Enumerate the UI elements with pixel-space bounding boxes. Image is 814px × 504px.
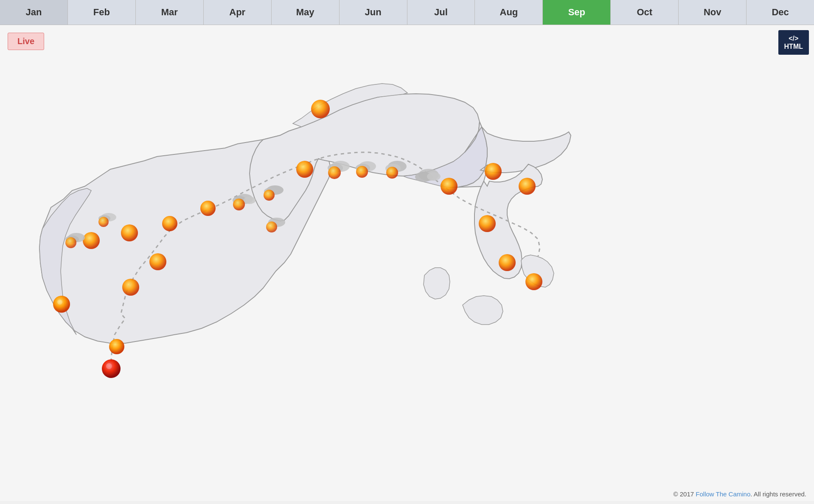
marker-spain-sw[interactable] [109, 339, 124, 354]
svg-point-31 [427, 172, 441, 181]
marker-spain-north1[interactable] [83, 232, 100, 249]
svg-point-13 [244, 196, 255, 204]
svg-point-45 [266, 221, 277, 232]
svg-point-43 [98, 217, 109, 227]
svg-point-37 [525, 273, 542, 290]
svg-point-2 [53, 296, 70, 313]
svg-point-32 [441, 178, 458, 195]
month-tab-sep[interactable]: Sep [543, 0, 611, 25]
marker-seville[interactable] [102, 359, 121, 378]
svg-point-21 [328, 166, 341, 179]
svg-point-18 [296, 161, 313, 178]
month-tab-aug[interactable]: Aug [475, 0, 543, 25]
marker-italy-adriatic[interactable] [519, 178, 536, 195]
svg-point-9 [162, 216, 177, 231]
footer: © 2017 Follow The Camino. All rights res… [674, 490, 806, 498]
live-badge: Live [8, 33, 44, 50]
marker-salamanca[interactable] [122, 279, 139, 296]
month-tab-dec[interactable]: Dec [747, 0, 814, 25]
map-container: Live </> HTML [0, 25, 814, 501]
marker-pamplona[interactable] [200, 201, 216, 216]
svg-point-17 [264, 190, 275, 201]
svg-point-3 [57, 300, 62, 305]
sardinia-map [424, 268, 450, 299]
marker-italy-ne[interactable] [485, 163, 502, 180]
month-navigation: JanFebMarAprMayJunJulAugSepOctNovDec [0, 0, 814, 25]
html-button-line1: </> [789, 35, 798, 42]
svg-point-10 [200, 201, 216, 216]
month-tab-apr[interactable]: Apr [204, 0, 272, 25]
svg-point-8 [121, 224, 138, 241]
svg-point-35 [479, 215, 496, 232]
svg-point-40 [65, 237, 76, 248]
svg-point-6 [149, 253, 166, 270]
month-tab-may[interactable]: May [272, 0, 340, 25]
svg-point-0 [102, 359, 121, 378]
month-tab-feb[interactable]: Feb [68, 0, 136, 25]
month-tab-nov[interactable]: Nov [679, 0, 747, 25]
svg-point-4 [109, 339, 124, 354]
france-map [250, 94, 480, 221]
svg-point-7 [83, 232, 100, 249]
svg-point-1 [106, 363, 112, 369]
month-tab-jul[interactable]: Jul [407, 0, 475, 25]
svg-point-24 [356, 166, 368, 178]
month-tab-jan[interactable]: Jan [0, 0, 68, 25]
marker-bordeaux[interactable] [296, 161, 313, 178]
svg-point-28 [311, 100, 330, 118]
footer-copyright: © 2017 [674, 490, 696, 498]
marker-italy-south1[interactable] [499, 254, 516, 271]
html-button-line2: HTML [784, 43, 803, 50]
month-tab-mar[interactable]: Mar [136, 0, 204, 25]
marker-france-central[interactable] [328, 161, 350, 179]
svg-point-5 [122, 279, 139, 296]
marker-burgos[interactable] [121, 224, 138, 241]
marker-logrono[interactable] [162, 216, 177, 231]
marker-madrid[interactable] [149, 253, 166, 270]
svg-point-34 [519, 178, 536, 195]
marker-milan[interactable] [441, 178, 458, 195]
marker-rome[interactable] [479, 215, 496, 232]
svg-point-33 [485, 163, 502, 180]
marker-italy-south2[interactable] [525, 273, 542, 290]
svg-point-14 [233, 199, 245, 210]
month-tab-jun[interactable]: Jun [340, 0, 407, 25]
svg-point-27 [386, 167, 398, 179]
marker-paris[interactable] [311, 100, 330, 118]
marker-portugal[interactable] [53, 296, 70, 313]
html-button[interactable]: </> HTML [778, 30, 809, 55]
month-tab-oct[interactable]: Oct [611, 0, 679, 25]
footer-suffix: . All rights reserved. [750, 490, 806, 498]
sicily-map [463, 296, 503, 325]
svg-point-36 [499, 254, 516, 271]
footer-link[interactable]: Follow The Camino [696, 490, 750, 498]
